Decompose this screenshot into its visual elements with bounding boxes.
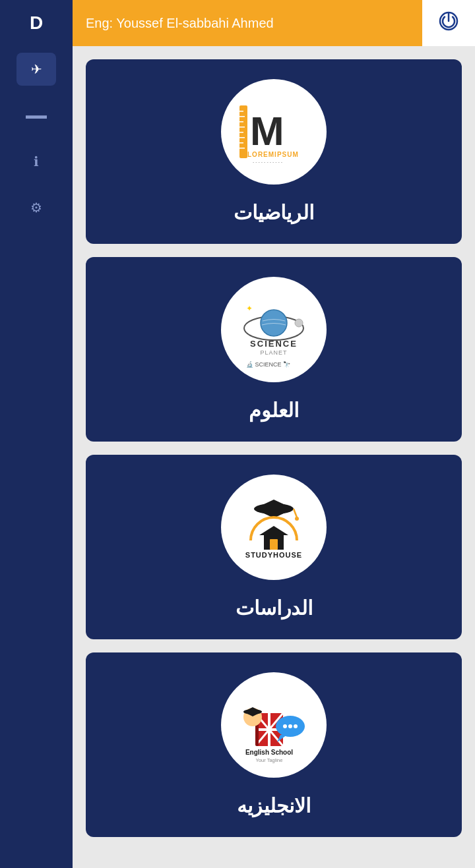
english-label: الانجليزيه — [237, 794, 311, 817]
sidebar-item-info[interactable]: ℹ — [16, 145, 56, 178]
svg-text:LOREMIPSUM: LOREMIPSUM — [247, 151, 299, 158]
sidebar-top: D — [0, 0, 73, 46]
sidebar-item-plane[interactable]: ✈ — [16, 53, 56, 86]
sidebar-logo-letter: D — [30, 13, 43, 34]
math-label: الرياضيات — [234, 201, 314, 224]
power-icon — [438, 11, 459, 36]
svg-text:Your Tagline: Your Tagline — [256, 757, 283, 763]
svg-text:- - - - - - - - - - -: - - - - - - - - - - - — [253, 159, 283, 164]
svg-text:M: M — [250, 108, 284, 154]
info-icon: ℹ — [34, 154, 39, 169]
svg-marker-26 — [259, 526, 288, 535]
svg-rect-10 — [239, 148, 245, 149]
science-label: العلوم — [249, 399, 299, 422]
svg-text:SCIENCE: SCIENCE — [250, 339, 298, 349]
svg-rect-8 — [239, 137, 245, 138]
svg-rect-9 — [239, 142, 243, 144]
studies-label: الدراسات — [236, 596, 313, 620]
sidebar-nav: ✈ ▬▬ ℹ ⚙ — [0, 46, 73, 224]
svg-rect-5 — [239, 121, 243, 123]
svg-text:English School: English School — [245, 749, 293, 756]
subject-card-math[interactable]: M LOREMIPSUM - - - - - - - - - - - الريا… — [86, 59, 462, 244]
svg-rect-3 — [239, 111, 243, 112]
svg-rect-28 — [270, 539, 278, 550]
studies-logo-circle: STUDYHOUSE — [221, 475, 327, 580]
svg-rect-7 — [239, 132, 243, 133]
sidebar-item-chart[interactable]: ▬▬ — [16, 99, 56, 132]
power-button[interactable] — [422, 0, 475, 46]
subject-card-english[interactable]: English School Your Tagline الانجليزيه — [86, 652, 462, 837]
svg-point-42 — [288, 724, 292, 728]
svg-text:🔬 SCIENCE 🔭: 🔬 SCIENCE 🔭 — [246, 361, 291, 368]
svg-line-24 — [294, 509, 297, 517]
svg-rect-4 — [239, 116, 245, 117]
main-content: Eng: Youssef El-sabbahi Ahmed — [73, 0, 475, 868]
svg-point-43 — [294, 724, 298, 728]
svg-text:STUDYHOUSE: STUDYHOUSE — [245, 551, 302, 559]
sidebar: D ✈ ▬▬ ℹ ⚙ — [0, 0, 73, 868]
share-icon: ⚙ — [30, 200, 42, 216]
subjects-list: M LOREMIPSUM - - - - - - - - - - - الريا… — [73, 46, 475, 868]
svg-point-25 — [295, 517, 299, 521]
sidebar-item-share[interactable]: ⚙ — [16, 191, 56, 224]
svg-marker-23 — [254, 500, 294, 518]
science-logo-circle: ✦ SCIENCE PLANET 🔬 SCIENCE 🔭 — [221, 277, 327, 382]
svg-rect-6 — [239, 127, 245, 128]
subject-card-science[interactable]: ✦ SCIENCE PLANET 🔬 SCIENCE 🔭 العلوم — [86, 257, 462, 442]
svg-point-16 — [295, 319, 303, 327]
header-teacher-name: Eng: Youssef El-sabbahi Ahmed — [86, 16, 274, 31]
english-logo-circle: English School Your Tagline — [221, 672, 327, 778]
chart-icon: ▬▬ — [26, 109, 47, 121]
plane-icon: ✈ — [31, 61, 42, 77]
svg-point-41 — [283, 724, 287, 728]
svg-text:✦: ✦ — [246, 304, 253, 313]
svg-text:PLANET: PLANET — [260, 349, 287, 356]
header-title-bar: Eng: Youssef El-sabbahi Ahmed — [73, 0, 422, 46]
header: Eng: Youssef El-sabbahi Ahmed — [73, 0, 475, 46]
math-logo-circle: M LOREMIPSUM - - - - - - - - - - - — [221, 79, 327, 185]
subject-card-studies[interactable]: STUDYHOUSE الدراسات — [86, 455, 462, 639]
